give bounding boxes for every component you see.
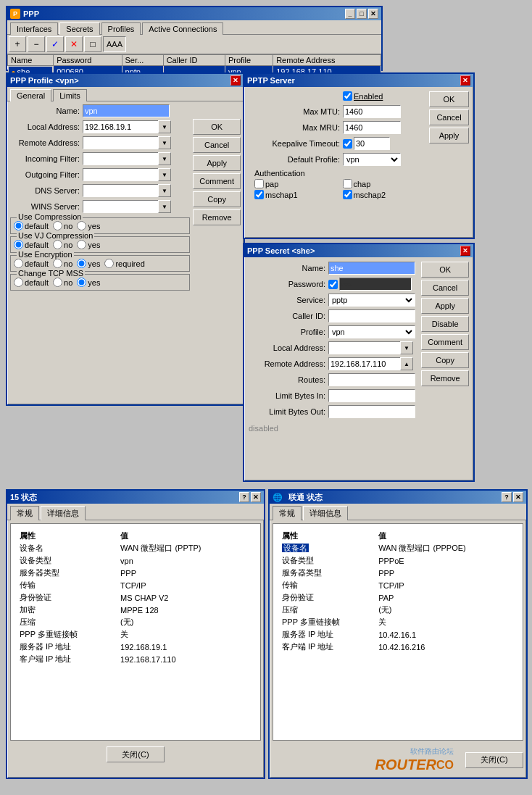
status15-tab-normal[interactable]: 常规 bbox=[10, 506, 39, 520]
vjcomp-no[interactable]: no bbox=[53, 240, 72, 249]
secret-remote-addr-arrow[interactable]: ▲ bbox=[400, 357, 413, 370]
add-btn[interactable]: + bbox=[9, 36, 26, 52]
maximize-btn[interactable]: □ bbox=[357, 9, 367, 19]
copy-btn[interactable]: □ bbox=[84, 36, 101, 52]
tab-profiles[interactable]: Profiles bbox=[101, 22, 141, 35]
secret-copy-btn[interactable]: Copy bbox=[421, 352, 469, 368]
row-val: PPP bbox=[117, 567, 254, 579]
remote-addr-arrow[interactable]: ▼ bbox=[158, 136, 171, 149]
status15-help-btn[interactable]: ? bbox=[239, 492, 249, 502]
dns-server-input[interactable] bbox=[83, 184, 159, 197]
comp-yes[interactable]: yes bbox=[77, 221, 100, 230]
secret-comment-btn[interactable]: Comment bbox=[421, 334, 469, 350]
tcp-yes[interactable]: yes bbox=[77, 278, 100, 287]
default-profile-row: Default Profile: vpn bbox=[249, 153, 429, 166]
keepalive-input[interactable] bbox=[354, 137, 390, 150]
liantong-close-button[interactable]: 关闭(C) bbox=[465, 752, 523, 768]
mschap2-checkbox[interactable]: mschap2 bbox=[343, 190, 430, 199]
incoming-filter-input[interactable] bbox=[83, 152, 159, 165]
max-mru-input[interactable] bbox=[343, 121, 401, 134]
secret-apply-btn[interactable]: Apply bbox=[421, 298, 469, 314]
profile-close-btn[interactable]: ✕ bbox=[230, 75, 241, 86]
secret-local-addr-input[interactable] bbox=[328, 341, 401, 354]
remote-addr-input[interactable] bbox=[83, 136, 159, 149]
vjcomp-default[interactable]: default bbox=[14, 240, 49, 249]
tab-interfaces[interactable]: Interfaces bbox=[10, 22, 58, 35]
vjcomp-yes[interactable]: yes bbox=[77, 240, 100, 249]
incoming-filter-row: Incoming Filter: ▼ bbox=[10, 152, 190, 165]
liantong-help-btn[interactable]: ? bbox=[502, 492, 512, 502]
max-mtu-input[interactable] bbox=[343, 105, 401, 118]
outgoing-filter-arrow[interactable]: ▼ bbox=[158, 168, 171, 181]
row-val: 192.168.19.1 bbox=[117, 641, 254, 653]
tcp-default[interactable]: default bbox=[14, 278, 49, 287]
local-addr-input[interactable] bbox=[83, 120, 159, 133]
secret-name-input[interactable] bbox=[328, 262, 415, 275]
col-profile: Profile bbox=[225, 55, 273, 66]
pptp-apply-btn[interactable]: Apply bbox=[429, 128, 469, 143]
secret-bytes-in-input[interactable] bbox=[328, 389, 415, 402]
compression-options: default no yes bbox=[14, 221, 186, 230]
default-profile-select[interactable]: vpn bbox=[343, 153, 401, 166]
enabled-checkbox[interactable]: Enabled bbox=[343, 91, 383, 101]
check-btn[interactable]: ✓ bbox=[46, 36, 64, 52]
secret-callerid-input[interactable] bbox=[328, 309, 415, 322]
enc-default[interactable]: default bbox=[14, 259, 49, 268]
profile-copy-btn[interactable]: Copy bbox=[193, 191, 241, 207]
password-reveal-checkbox[interactable] bbox=[328, 278, 412, 291]
mschap1-checkbox[interactable]: mschap1 bbox=[254, 190, 341, 199]
comp-no[interactable]: no bbox=[53, 221, 72, 230]
secret-routes-input[interactable] bbox=[328, 373, 415, 386]
secret-local-addr-arrow[interactable]: ▼ bbox=[400, 341, 413, 354]
profile-cancel-btn[interactable]: Cancel bbox=[193, 137, 241, 153]
enc-required[interactable]: required bbox=[104, 259, 144, 268]
dns-server-arrow[interactable]: ▼ bbox=[158, 184, 171, 197]
pptp-ok-btn[interactable]: OK bbox=[429, 91, 469, 107]
local-addr-arrow[interactable]: ▼ bbox=[158, 120, 171, 133]
secret-close-btn[interactable]: ✕ bbox=[460, 246, 470, 256]
chap-checkbox[interactable]: chap bbox=[343, 179, 430, 188]
outgoing-filter-input[interactable] bbox=[83, 168, 159, 181]
liantong-tab-normal[interactable]: 常规 bbox=[273, 506, 302, 520]
secret-profile-select[interactable]: vpn bbox=[328, 325, 415, 338]
status15-close-btn[interactable]: ✕ bbox=[251, 492, 261, 502]
watermark-brand-row: ROUTER CO bbox=[375, 757, 454, 773]
liantong-close-btn[interactable]: ✕ bbox=[513, 492, 523, 502]
close-btn[interactable]: ✕ bbox=[368, 9, 378, 19]
secret-password-input[interactable] bbox=[339, 278, 412, 291]
profile-remove-btn[interactable]: Remove bbox=[193, 209, 241, 225]
tab-active-connections[interactable]: Active Connections bbox=[142, 22, 223, 35]
enc-no[interactable]: no bbox=[53, 259, 72, 268]
comp-default[interactable]: default bbox=[14, 221, 49, 230]
name-input[interactable] bbox=[83, 104, 170, 117]
remove-btn[interactable]: − bbox=[28, 36, 45, 52]
profile-comment-btn[interactable]: Comment bbox=[193, 173, 241, 189]
status15-tab-detail[interactable]: 详细信息 bbox=[41, 506, 86, 520]
pap-checkbox[interactable]: pap bbox=[254, 179, 341, 188]
secret-disable-btn[interactable]: Disable bbox=[421, 316, 469, 332]
tab-secrets[interactable]: Secrets bbox=[59, 22, 99, 35]
pptp-cancel-btn[interactable]: Cancel bbox=[429, 109, 469, 125]
tab-general[interactable]: General bbox=[10, 89, 51, 101]
pptp-close-btn[interactable]: ✕ bbox=[460, 75, 470, 86]
tab-limits[interactable]: Limits bbox=[53, 89, 87, 101]
profile-ok-btn[interactable]: OK bbox=[193, 119, 241, 135]
minimize-btn[interactable]: _ bbox=[345, 9, 355, 19]
tcp-no[interactable]: no bbox=[53, 278, 72, 287]
cross-btn[interactable]: ✕ bbox=[65, 36, 83, 52]
secret-remote-addr-input[interactable] bbox=[328, 357, 401, 370]
keepalive-checkbox[interactable] bbox=[343, 137, 390, 150]
wins-server-input[interactable] bbox=[83, 200, 159, 213]
secret-service-select[interactable]: pptp bbox=[328, 294, 415, 307]
secret-remove-btn[interactable]: Remove bbox=[421, 370, 469, 386]
secret-ok-btn[interactable]: OK bbox=[421, 262, 469, 278]
status15-close-button[interactable]: 关闭(C) bbox=[107, 746, 165, 762]
liantong-tab-detail[interactable]: 详细信息 bbox=[303, 506, 348, 520]
liantong-tab-bar: 常规 详细信息 bbox=[270, 504, 526, 520]
incoming-filter-arrow[interactable]: ▼ bbox=[158, 152, 171, 165]
enc-yes[interactable]: yes bbox=[77, 259, 100, 268]
secret-cancel-btn[interactable]: Cancel bbox=[421, 280, 469, 296]
secret-bytes-out-input[interactable] bbox=[328, 405, 415, 418]
profile-apply-btn[interactable]: Apply bbox=[193, 155, 241, 171]
wins-server-arrow[interactable]: ▼ bbox=[158, 200, 171, 213]
